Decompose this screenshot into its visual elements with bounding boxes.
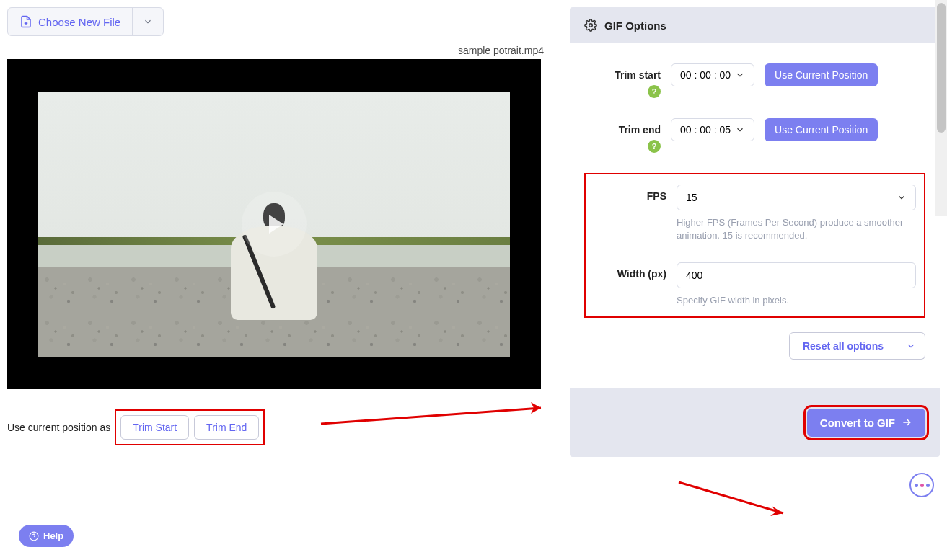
- chevron-down-icon: [897, 192, 907, 203]
- use-position-start-button[interactable]: Use Current Position: [765, 63, 878, 86]
- fps-label: FPS: [590, 190, 666, 202]
- trim-start-button[interactable]: Trim Start: [120, 415, 189, 440]
- trim-end-button[interactable]: Trim End: [194, 415, 259, 440]
- fps-value: 15: [686, 192, 697, 203]
- fps-hint: Higher FPS (Frames Per Second) produce a…: [677, 216, 920, 242]
- chevron-down-icon: [906, 341, 916, 351]
- fps-select[interactable]: 15: [677, 185, 916, 210]
- trim-position-label: Use current position as: [7, 422, 110, 433]
- svg-point-0: [589, 24, 593, 27]
- video-player[interactable]: [7, 59, 541, 389]
- help-fab-button[interactable]: Help: [19, 525, 74, 547]
- filename-label: sample potrait.mp4: [7, 45, 548, 56]
- file-picker-dropdown[interactable]: [133, 8, 163, 35]
- file-plus-icon: [19, 15, 32, 28]
- fps-width-highlight: FPS 15 Higher FPS (Frames Per Second) pr…: [584, 173, 925, 318]
- chevron-down-icon: [735, 70, 745, 80]
- annotation-arrow-icon: [675, 479, 798, 522]
- chevron-down-icon: [143, 17, 153, 27]
- trim-end-value: 00 : 00 : 05: [680, 124, 731, 135]
- trim-start-label: Trim start: [584, 69, 661, 81]
- reset-options-dropdown[interactable]: [897, 332, 925, 360]
- convert-to-gif-button[interactable]: Convert to GIF: [807, 409, 925, 437]
- reset-options-button[interactable]: Reset all options: [789, 332, 897, 360]
- scrollbar-track[interactable]: [935, 0, 947, 216]
- width-hint: Specify GIF width in pixels.: [677, 294, 920, 307]
- help-icon[interactable]: ?: [648, 140, 661, 153]
- chat-widget-button[interactable]: [909, 473, 934, 497]
- trim-end-time-select[interactable]: 00 : 00 : 05: [671, 118, 754, 141]
- trim-start-time-select[interactable]: 00 : 00 : 00: [671, 63, 754, 86]
- trim-end-label: Trim end: [584, 124, 661, 135]
- file-picker-group: Choose New File: [7, 7, 164, 36]
- gear-icon: [584, 19, 597, 32]
- choose-file-label: Choose New File: [38, 16, 120, 28]
- choose-file-button[interactable]: Choose New File: [8, 8, 133, 35]
- arrow-right-icon: [901, 417, 912, 428]
- help-icon[interactable]: ?: [648, 85, 661, 98]
- use-position-end-button[interactable]: Use Current Position: [765, 118, 878, 141]
- width-input[interactable]: [677, 262, 916, 288]
- play-button-icon[interactable]: [242, 192, 307, 257]
- help-fab-label: Help: [43, 530, 63, 541]
- gif-options-panel: GIF Options Trim start ? 00 : 00 : 00 Us…: [570, 7, 940, 457]
- chevron-down-icon: [735, 125, 745, 135]
- options-header: GIF Options: [570, 7, 940, 43]
- trim-start-value: 00 : 00 : 00: [680, 69, 731, 81]
- width-label: Width (px): [590, 268, 666, 280]
- help-circle-icon: [29, 531, 39, 541]
- trim-buttons-highlight: Trim Start Trim End: [115, 409, 265, 445]
- convert-label: Convert to GIF: [820, 417, 895, 429]
- scrollbar-thumb[interactable]: [937, 3, 946, 133]
- options-title: GIF Options: [604, 19, 666, 32]
